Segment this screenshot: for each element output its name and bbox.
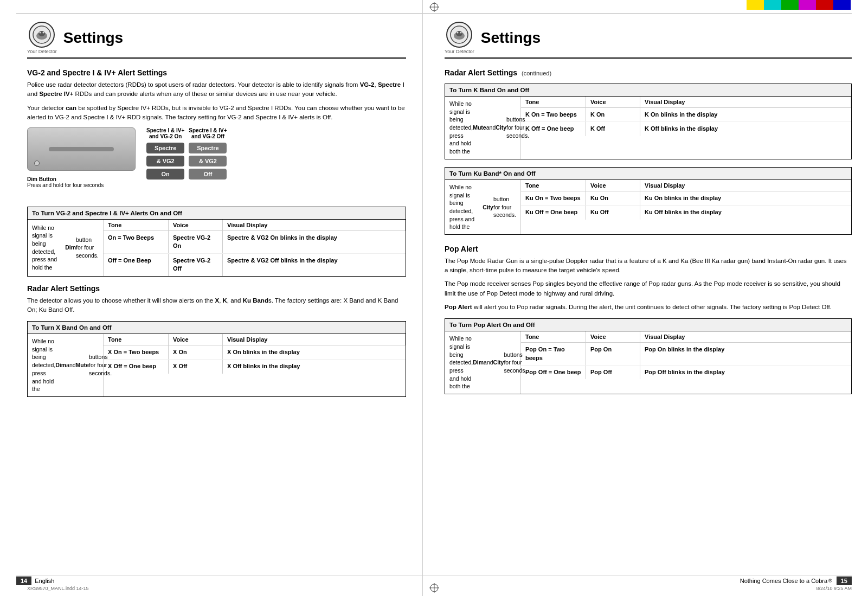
bottom-margin-line-left xyxy=(16,575,422,575)
visual-cell: Spectre & VG2 Off blinks in the display xyxy=(223,254,406,276)
spectre-col-on: Spectre I & IV+and VG-2 On Spectre & VG2… xyxy=(146,127,184,180)
table-x-body: While no signal is being detected, press… xyxy=(28,334,406,396)
section-radar: Radar Alert Settings The detector allows… xyxy=(27,284,406,397)
spectre-off-badge2: & VG2 xyxy=(189,156,227,166)
tone-cell: K On = Two beeps xyxy=(521,108,586,121)
table-pop-right: Tone Voice Visual Display Pop On = Two b… xyxy=(521,331,851,394)
visual-cell: Spectre & VG2 On blinks in the display xyxy=(223,231,406,253)
color-strip-magenta xyxy=(799,0,816,10)
table-ku-col-headers: Tone Voice Visual Display xyxy=(521,180,851,191)
table-ku-right: Tone Voice Visual Display Ku On = Two be… xyxy=(521,180,851,234)
cobra-logo-right xyxy=(446,22,472,48)
table-pop-header: To Turn Pop Alert On and Off xyxy=(445,319,851,331)
voice-cell: Spectre VG-2 On xyxy=(169,231,223,253)
col-header-voice-pop: Voice xyxy=(586,331,640,342)
col-header-visual-pop: Visual Display xyxy=(640,331,851,342)
col-header-visual-k: Visual Display xyxy=(640,97,851,107)
dim-button-label: Dim Button Press and hold for four secon… xyxy=(27,176,104,188)
table-pop-alert: To Turn Pop Alert On and Off While no si… xyxy=(445,318,852,394)
section-vg2-para2: Your detector can be spotted by Spectre … xyxy=(27,104,406,123)
page-header-right: Your Detector Settings xyxy=(445,22,852,59)
page-right: Your Detector Settings Radar Alert Setti… xyxy=(423,0,868,596)
file-info: XRS9570_MANL.indd 14-15 xyxy=(27,584,89,592)
visual-cell: X Off blinks in the display xyxy=(223,360,406,373)
table-row: K On = Two beeps K On K On blinks in the… xyxy=(521,108,851,122)
dim-button-sub: Press and hold for four seconds xyxy=(27,182,104,188)
header-icon-container-left: Your Detector xyxy=(27,22,57,54)
section-vg2-para1: Police use radar detector detectors (RDD… xyxy=(27,80,406,99)
tone-cell: Pop Off = One beep xyxy=(521,366,586,379)
table-pop-left-col: While no signal is being detected, press… xyxy=(445,331,521,394)
section-pop-title: Pop Alert xyxy=(445,245,852,253)
page-title-right: Settings xyxy=(481,29,541,47)
spectre-off-badge1: Spectre xyxy=(189,143,227,153)
section-radar-right-title: Radar Alert Settings xyxy=(445,68,517,77)
col-header-tone-ku: Tone xyxy=(521,180,586,191)
table-ku-header: To Turn Ku Band* On and Off xyxy=(445,168,851,180)
spectre-col-off: Spectre I & IV+and VG-2 Off Spectre & VG… xyxy=(189,127,227,180)
svg-point-9 xyxy=(40,32,41,34)
table-vg2-body: While no signal is being detected, press… xyxy=(28,220,406,276)
col-header-voice-ku: Voice xyxy=(586,180,640,191)
visual-cell: Ku Off blinks in the display xyxy=(640,206,851,219)
table-x-header: To Turn X Band On and Off xyxy=(28,322,406,334)
table-k-band: To Turn K Band On and Off While no signa… xyxy=(445,84,852,159)
section-pop-alert: Pop Alert The Pop Mode Radar Gun is a si… xyxy=(445,245,852,394)
visual-cell: X On blinks in the display xyxy=(223,345,406,359)
table-row: X On = Two beeps X On X On blinks in the… xyxy=(104,345,406,360)
visual-cell: Ku On blinks in the display xyxy=(640,191,851,205)
tone-cell: X On = Two beeps xyxy=(104,345,169,359)
radar-title-row: Radar Alert Settings (continued) xyxy=(445,68,852,77)
svg-point-8 xyxy=(38,31,45,36)
page-header-left: Your Detector Settings xyxy=(27,22,406,59)
col-header-visual-x: Visual Display xyxy=(223,334,406,345)
visual-cell: Pop Off blinks in the display xyxy=(640,366,851,379)
date-info-text: 8/24/10 9:25 AM xyxy=(816,586,852,591)
section-vg2: VG-2 and Spectre I & IV+ Alert Settings … xyxy=(27,68,406,277)
table-x-rows: X On = Two beeps X On X On blinks in the… xyxy=(104,345,406,374)
spectre-off-badge3: Off xyxy=(189,169,227,180)
spectre-on-badge3: On xyxy=(146,169,184,180)
continuation-label: (continued) xyxy=(522,70,551,76)
col-header-voice-k: Voice xyxy=(586,97,640,107)
svg-point-13 xyxy=(456,31,462,36)
tone-cell: K Off = One beep xyxy=(521,122,586,136)
section-pop-para2: The Pop mode receiver senses Pop singles… xyxy=(445,279,852,298)
page-container: Your Detector Settings VG-2 and Spectre … xyxy=(0,0,868,596)
color-strip-white xyxy=(851,0,868,10)
top-margin-line-right xyxy=(423,13,852,14)
device-diagram: Dim Button Press and hold for four secon… xyxy=(27,127,136,171)
table-row: Ku On = Two beeps Ku On Ku On blinks in … xyxy=(521,191,851,206)
tone-cell: Off = One Beep xyxy=(104,254,169,276)
color-strip-red xyxy=(816,0,833,10)
table-k-left-col: While no signal is being detected, press… xyxy=(445,97,521,159)
svg-point-10 xyxy=(43,32,44,34)
table-vg2-right: Tone Voice Visual Display On = Two Beeps… xyxy=(104,220,406,276)
table-row: On = Two Beeps Spectre VG-2 On Spectre &… xyxy=(104,231,406,254)
color-bar-top xyxy=(747,0,868,10)
svg-point-15 xyxy=(460,32,462,34)
device-image xyxy=(27,127,136,171)
color-strip-blue xyxy=(833,0,851,10)
footer-lang-left: English xyxy=(35,578,54,584)
voice-cell: Pop Off xyxy=(586,366,640,379)
table-x-right: Tone Voice Visual Display X On = Two bee… xyxy=(104,334,406,396)
spectre-off-title: Spectre I & IV+and VG-2 Off xyxy=(189,127,227,139)
tone-cell: Ku On = Two beeps xyxy=(521,191,586,205)
spectre-on-badge2: & VG2 xyxy=(146,156,184,166)
table-vg2-left-col: While no signal is being detected, press… xyxy=(28,220,104,276)
table-x-left-col: While no signal is being detected, press… xyxy=(28,334,104,396)
trademark-symbol: ® xyxy=(828,578,832,584)
color-strip-yellow xyxy=(747,0,764,10)
table-pop-col-headers: Tone Voice Visual Display xyxy=(521,331,851,343)
spectre-on-title: Spectre I & IV+and VG-2 On xyxy=(146,127,184,139)
tone-cell: On = Two Beeps xyxy=(104,231,169,253)
voice-cell: X On xyxy=(169,345,223,359)
page-left: Your Detector Settings VG-2 and Spectre … xyxy=(0,0,423,596)
table-vg2-header: To Turn VG-2 and Spectre I & IV+ Alerts … xyxy=(28,207,406,220)
col-header-visual-ku: Visual Display xyxy=(640,180,851,191)
tone-cell: Ku Off = One beep xyxy=(521,206,586,219)
section-radar-para1: The detector allows you to choose whethe… xyxy=(27,296,406,315)
visual-cell: Pop On blinks in the display xyxy=(640,343,851,365)
table-row: X Off = One beep X Off X Off blinks in t… xyxy=(104,360,406,373)
